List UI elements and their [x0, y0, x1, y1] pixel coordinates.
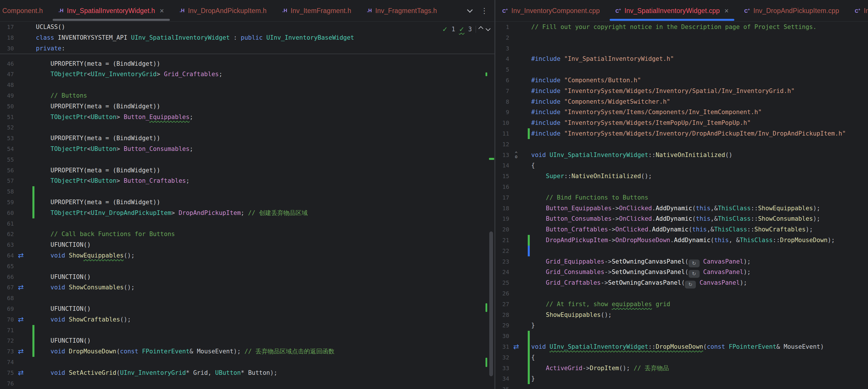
code-line-73[interactable]: 73⇄ void DropMouseDown(const FPointerEve…	[0, 346, 494, 357]
code-line-25[interactable]: 25 Grid_Craftables->SetOwningCanvasPanel…	[495, 277, 868, 288]
code-line-53[interactable]: 53 UPROPERTY(meta = (BindWidget))	[0, 133, 494, 144]
code-line-59[interactable]: 59 UPROPERTY(meta = (BindWidget))	[0, 197, 494, 208]
code-line-8[interactable]: 8#include "Components/WidgetSwitcher.h"	[495, 96, 868, 107]
code-line-21[interactable]: 21 DropAndPickupItem->OnDropMouseDown.Ad…	[495, 235, 868, 246]
vcs-change-bar[interactable]	[528, 373, 530, 384]
code-line-18[interactable]: 18class INVENTORYSYSTEM_API UInv_Spatial…	[0, 32, 494, 43]
vcs-change-bar[interactable]	[32, 186, 34, 197]
code-line-72[interactable]: 72 UFUNCTION()	[0, 335, 494, 346]
code-line-2[interactable]: 2	[495, 32, 868, 43]
code-line-17[interactable]: 17 // Bind Functions to Buttons	[495, 192, 868, 203]
code-line-27[interactable]: 27 // At first, show equippables grid	[495, 299, 868, 310]
code-line-9[interactable]: 9#include "InventorySystem/Items/Compone…	[495, 107, 868, 118]
vcs-change-bar[interactable]	[528, 352, 530, 363]
code-line-69[interactable]: 69 UFUNCTION()	[0, 304, 494, 314]
error-stripe-mark[interactable]	[486, 73, 487, 76]
code-line-50[interactable]: 50 UPROPERTY(meta = (BindWidget))	[0, 101, 494, 112]
vcs-change-bar[interactable]	[32, 197, 34, 208]
vcs-change-bar[interactable]	[32, 325, 34, 336]
implemented-in-source-icon[interactable]: ⇄	[511, 341, 521, 353]
code-line-4[interactable]: 4#include "Inv_SpatialInventoryWidget.h"	[495, 54, 868, 64]
close-tab-icon[interactable]: ×	[724, 7, 729, 15]
code-line-5[interactable]: 5	[495, 64, 868, 75]
inlay-hint-icon[interactable]: ↻	[689, 270, 700, 278]
code-line-65[interactable]: 65	[0, 261, 494, 272]
vcs-change-bar[interactable]	[32, 335, 34, 346]
vcs-change-bar[interactable]	[32, 208, 34, 218]
code-line-17[interactable]: 17UCLASS()	[0, 22, 494, 32]
tab-inv[interactable]: C+Inv	[847, 0, 868, 22]
code-line-71[interactable]: 71	[0, 325, 494, 336]
code-line-66[interactable]: 66 UFUNCTION()	[0, 272, 494, 282]
code-line-30[interactable]: 30	[495, 331, 868, 341]
tab-inv-fragmenttags-h[interactable]: .HInv_FragmentTags.h	[359, 0, 445, 22]
code-line-30[interactable]: 30private:	[0, 43, 494, 54]
code-line-60[interactable]: 60 TObjectPtr<UInv_DropAndPickupItem> Dr…	[0, 208, 494, 218]
implemented-in-source-icon[interactable]: ⇄	[16, 367, 26, 379]
code-line-3[interactable]: 3	[495, 43, 868, 54]
implemented-in-source-icon[interactable]: ⇄	[16, 346, 26, 357]
code-line-49[interactable]: 49 // Buttons	[0, 90, 494, 101]
code-line-62[interactable]: 62 // Call back Functions for Buttons	[0, 229, 494, 240]
code-line-64[interactable]: 64⇄ void ShowEquippables();	[0, 250, 494, 261]
code-line-47[interactable]: 47 TObjectPtr<UInv_InventoryGrid> Grid_C…	[0, 69, 494, 80]
vcs-change-bar[interactable]	[528, 235, 530, 246]
tab-inv-itemfragment-h[interactable]: .HInv_ItemFragment.h	[274, 0, 359, 22]
scrollbar-thumb[interactable]	[489, 231, 493, 376]
code-line-63[interactable]: 63 UFUNCTION()	[0, 240, 494, 250]
error-stripe-mark[interactable]	[486, 303, 487, 312]
code-line-51[interactable]: 51 TObjectPtr<UButton> Button_Equippable…	[0, 112, 494, 122]
code-line-19[interactable]: 19 Button_Consumables->OnClicked.AddDyna…	[495, 214, 868, 224]
inlay-hint-icon[interactable]: ↻	[685, 281, 696, 288]
code-line-7[interactable]: 7#include "InventorySystem/Widgets/Inven…	[495, 86, 868, 96]
code-line-10[interactable]: 10#include "InventorySystem/Widgets/Item…	[495, 118, 868, 128]
code-line-12[interactable]: 12	[495, 139, 868, 150]
code-line-13[interactable]: 13^ ovoid UInv_SpatialInventoryWidget::N…	[495, 150, 868, 161]
vcs-change-bar[interactable]	[528, 128, 530, 139]
implemented-in-source-icon[interactable]: ⇄	[16, 250, 26, 261]
code-line-32[interactable]: 32{	[495, 352, 868, 363]
implemented-in-source-icon[interactable]: ⇄	[16, 282, 26, 293]
code-line-57[interactable]: 57 TObjectPtr<UButton> Button_Craftables…	[0, 175, 494, 186]
code-line-75[interactable]: 75⇄ void SetActiveGrid(UInv_InventoryGri…	[0, 367, 494, 378]
code-line-11[interactable]: 11#include "InventorySystem/Widgets/Inve…	[495, 128, 868, 139]
code-line-74[interactable]: 74	[0, 357, 494, 367]
prev-problem-icon[interactable]	[478, 26, 483, 31]
code-line-28[interactable]: 28 ShowEquippables();	[495, 310, 868, 321]
error-stripe-mark[interactable]	[486, 358, 487, 367]
vcs-change-bar[interactable]	[32, 346, 34, 357]
code-line-48[interactable]: 48	[0, 80, 494, 90]
tab-inv-dropandpickupitem-h[interactable]: .HInv_DropAndPickupItem.h	[172, 0, 275, 22]
code-line-67[interactable]: 67⇄ void ShowConsumables();	[0, 282, 494, 293]
vcs-change-bar[interactable]	[528, 246, 530, 256]
code-line-70[interactable]: 70⇄ void ShowCraftables();	[0, 314, 494, 325]
code-line-26[interactable]: 26	[495, 288, 868, 299]
code-line-18[interactable]: 18 Button_Equippables->OnClicked.AddDyna…	[495, 203, 868, 214]
code-line-54[interactable]: 54 TObjectPtr<UButton> Button_Consumable…	[0, 144, 494, 155]
code-line-35[interactable]: 35	[495, 384, 868, 389]
inspections-widget[interactable]: ✓1 ✓3	[440, 24, 492, 34]
more-options-icon[interactable]: ⋮	[480, 6, 488, 15]
code-line-24[interactable]: 24 Grid_Consumables->SetOwningCanvasPane…	[495, 267, 868, 277]
close-tab-icon[interactable]: ×	[160, 7, 164, 15]
tab-inv-spatialinventorywidget-cpp[interactable]: C+Inv_SpatialInventoryWidget.cpp×	[608, 0, 736, 22]
code-line-1[interactable]: 1// Fill out your copyright notice in th…	[495, 22, 868, 32]
code-line-46[interactable]: 46 UPROPERTY(meta = (BindWidget))	[0, 58, 494, 69]
code-line-76[interactable]: 76	[0, 378, 494, 389]
inlay-hint-icon[interactable]: ↻	[689, 259, 700, 267]
tab-inv-inventorycomponent-cpp[interactable]: C+Inv_InventoryComponent.cpp	[494, 0, 608, 22]
tab-inv-spatialinventorywidget-h[interactable]: .HInv_SpatialInventoryWidget.h×	[51, 0, 172, 22]
code-line-33[interactable]: 33 ActiveGrid->DropItem(); // 丢弃物品	[495, 363, 868, 373]
tab-inv-dropandpickupitem-cpp[interactable]: C+Inv_DropAndPickupItem.cpp	[736, 0, 847, 22]
chevron-down-icon[interactable]	[467, 7, 473, 13]
code-line-14[interactable]: 14{	[495, 160, 868, 171]
code-line-22[interactable]: 22	[495, 246, 868, 256]
vcs-change-bar[interactable]	[528, 341, 530, 352]
overrides-method-icon[interactable]: ^ o	[511, 150, 521, 161]
code-line-56[interactable]: 56 UPROPERTY(meta = (BindWidget))	[0, 165, 494, 176]
editor-pane-header-file[interactable]: 17UCLASS()18class INVENTORYSYSTEM_API UI…	[0, 22, 494, 389]
tab-component-h[interactable]: Component.h	[0, 0, 51, 22]
code-line-34[interactable]: 34}	[495, 373, 868, 384]
code-line-6[interactable]: 6#include "Components/Button.h"	[495, 75, 868, 86]
implemented-in-source-icon[interactable]: ⇄	[16, 314, 26, 325]
